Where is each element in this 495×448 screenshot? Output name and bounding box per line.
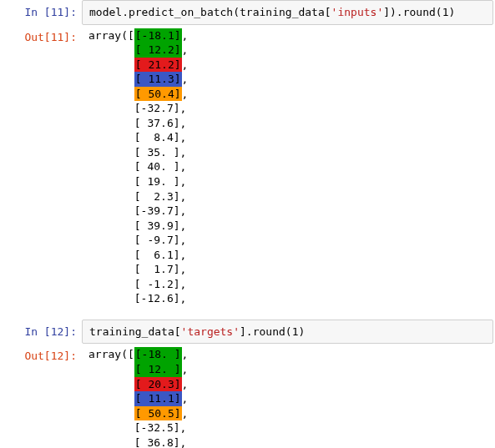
array-row-highlight: [ 50.5] [134,406,182,421]
code-token: 'targets' [181,325,240,338]
in-prompt-11: In [11]: [0,0,82,25]
array-row: [ 50.5], [88,406,488,421]
array-row-plain: [ 8.4] [134,131,180,143]
array-row: [ 8.4], [88,130,488,145]
array-row-plain: [ 2.3] [134,190,180,203]
array-row: [ 21.2], [88,58,488,73]
array-row: [-32.5], [88,420,488,435]
array-row-plain: [ 39.9] [134,219,180,232]
array-row: [ 50.4], [88,87,488,102]
cell-11-input-row: In [11]: model.predict_on_batch(training… [0,0,495,25]
array-row-highlight: [ 21.2] [134,58,182,73]
array-row: [ 11.1], [88,391,488,406]
array-row-highlight: [-18. ] [134,347,182,362]
array-row: [ 20.3], [88,377,488,392]
array-row: [-39.7], [88,204,488,219]
array-row-plain: [ -9.7] [134,234,180,246]
array-row-highlight: [ 12. ] [134,362,182,377]
array-row-highlight: [ 11.1] [134,391,182,406]
array-row-highlight: [ 20.3] [134,377,182,392]
array-row: [-12.6], [88,291,488,306]
array-row: array([[-18. ], [88,347,488,362]
code-token: ].round( [240,325,292,338]
array-row-highlight: [ 11.3] [134,72,182,87]
array-row-plain: [-32.5] [134,421,180,434]
cell-12: In [12]: training_data['targets'].round(… [0,320,495,448]
code-text-11: model.predict_on_batch(training_data['in… [89,6,455,18]
output-area-11[interactable]: array([[-18.1], [ 12.2], [ 21.2], [ 11.3… [82,25,495,308]
code-input-11[interactable]: model.predict_on_batch(training_data['in… [82,0,493,25]
array-row-plain: [ 35. ] [134,146,180,159]
code-token: ]).round( [383,6,442,18]
code-token: training_data[ [89,325,181,338]
array-row: [ 12. ], [88,362,488,377]
cell-11: In [11]: model.predict_on_batch(training… [0,0,495,308]
array-row: [ -9.7], [88,233,488,248]
array-row-plain: [ 36.8] [134,436,180,448]
code-token: 'inputs' [331,6,384,18]
cell-12-output-row: Out[12]: array([[-18. ], [ 12. ], [ 20.3… [0,344,495,448]
array-row: [ 37.6], [88,116,488,131]
array-row-highlight: [-18.1] [134,28,182,43]
array-row-highlight: [ 50.4] [134,87,182,102]
array-row: [ 19. ], [88,174,488,189]
code-token: ) [298,325,305,338]
jupyter-notebook: In [11]: model.predict_on_batch(training… [0,0,495,448]
array-row: [ 11.3], [88,72,488,87]
out-prompt-12: Out[12]: [0,344,82,448]
array-row-plain: [ -1.2] [134,278,180,290]
array-row: [ -1.2], [88,277,488,292]
array-row-plain: [-32.7] [134,102,180,114]
cell-12-input-row: In [12]: training_data['targets'].round(… [0,320,495,345]
code-text-12: training_data['targets'].round(1) [89,325,305,338]
in-prompt-12: In [12]: [0,320,82,345]
out-prompt-11: Out[11]: [0,25,82,308]
array-row: [ 39.9], [88,219,488,234]
cell-11-output-row: Out[11]: array([[-18.1], [ 12.2], [ 21.2… [0,25,495,308]
array-row-plain: [ 37.6] [134,117,180,129]
array-row-plain: [ 6.1] [134,249,180,261]
array-row: [-32.7], [88,101,488,116]
cell-gap [0,308,495,320]
code-input-12[interactable]: training_data['targets'].round(1) [82,320,493,345]
array-row: [ 1.7], [88,262,488,277]
code-token: model.predict_on_batch(training_data[ [89,6,331,18]
array-row: [ 40. ], [88,159,488,174]
array-row: [ 35. ], [88,145,488,160]
array-row-plain: [-39.7] [134,204,180,217]
code-token: ) [449,6,456,18]
array-row: array([[-18.1], [88,28,488,43]
code-token: 1 [442,6,449,18]
array-row: [ 12.2], [88,43,488,58]
array-row: [ 36.8], [88,435,488,448]
array-row-highlight: [ 12.2] [134,43,182,58]
array-row: [ 2.3], [88,189,488,204]
array-row-plain: [ 1.7] [134,263,180,275]
array-row-plain: [ 19. ] [134,175,180,188]
array-row-plain: [ 40. ] [134,160,180,173]
output-area-12[interactable]: array([[-18. ], [ 12. ], [ 20.3], [ 11.1… [82,344,495,448]
array-row-plain: [-12.6] [134,292,180,305]
array-row: [ 6.1], [88,248,488,263]
